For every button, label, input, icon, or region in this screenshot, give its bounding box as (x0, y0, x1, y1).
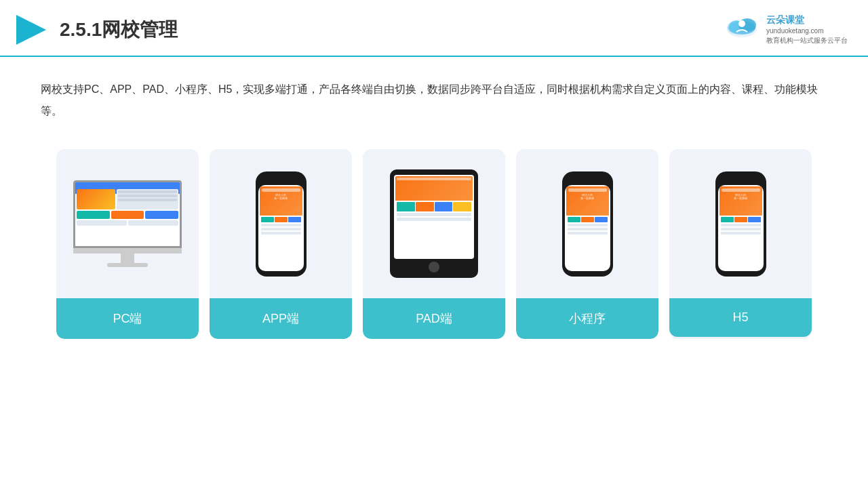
header-left: 2.5.1网校管理 (14, 12, 178, 47)
card-h5: 职达人的第一堂网课 (669, 149, 812, 339)
monitor-neck (121, 253, 134, 263)
card-pc-image (56, 149, 199, 298)
description-text: 网校支持PC、APP、PAD、小程序、H5，实现多端打通，产品各终端自由切换，数… (0, 57, 868, 136)
monitor-screen (73, 180, 182, 248)
monitor-mockup (70, 180, 185, 267)
logo-tagline: yunduoketang.com 教育机构一站式服务云平台 (766, 26, 848, 45)
logo-area: 云朵课堂 yunduoketang.com 教育机构一站式服务云平台 (723, 14, 848, 45)
card-pad-label: PAD端 (363, 298, 505, 339)
play-icon (14, 12, 49, 47)
phone-notch-mini (579, 177, 595, 181)
phone-mockup-h5: 职达人的第一堂网课 (715, 171, 766, 277)
monitor-base (107, 263, 148, 267)
card-pad-image (363, 149, 505, 298)
tablet-home-button (429, 262, 439, 272)
phone-screen-mini: 职达人的第一堂网课 (565, 185, 610, 271)
card-pc-label: PC端 (56, 298, 199, 339)
tablet-screen (394, 175, 474, 259)
phone-notch-h5 (732, 177, 749, 181)
logo-text-area: 云朵课堂 yunduoketang.com 教育机构一站式服务云平台 (766, 14, 848, 45)
phone-screen-app: 职达人的第一堂网课 (258, 185, 304, 271)
phone-notch (273, 177, 289, 181)
phone-screen-h5: 职达人的第一堂网课 (718, 185, 764, 271)
card-h5-label: H5 (669, 298, 812, 337)
tablet-mockup (390, 169, 478, 278)
svg-marker-0 (16, 15, 46, 45)
page-title: 2.5.1网校管理 (60, 17, 178, 43)
card-app-image: 职达人的第一堂网课 (210, 149, 352, 298)
cloud-logo-icon (723, 14, 761, 41)
card-app-label: APP端 (210, 298, 352, 339)
card-miniprogram: 职达人的第一堂网课 (516, 149, 658, 339)
phone-mockup-mini: 职达人的第一堂网课 (562, 171, 613, 277)
phone-mockup-app: 职达人的第一堂网课 (256, 171, 307, 277)
monitor-bar (73, 248, 182, 253)
card-miniprogram-image: 职达人的第一堂网课 (516, 149, 658, 298)
card-h5-image: 职达人的第一堂网课 (669, 149, 812, 298)
header: 2.5.1网校管理 云朵课堂 yunduoketang.com 教育机构一站式服… (0, 0, 868, 57)
svg-point-7 (738, 20, 745, 27)
logo-brand-name: 云朵课堂 (766, 14, 848, 26)
card-app: 职达人的第一堂网课 (210, 149, 352, 339)
cards-container: PC端 职达人的第一堂网课 (0, 136, 868, 359)
logo-tagline-text: 教育机构一站式服务云平台 (766, 37, 848, 44)
card-pc: PC端 (56, 149, 199, 339)
card-miniprogram-label: 小程序 (516, 298, 658, 339)
card-pad: PAD端 (363, 149, 505, 339)
